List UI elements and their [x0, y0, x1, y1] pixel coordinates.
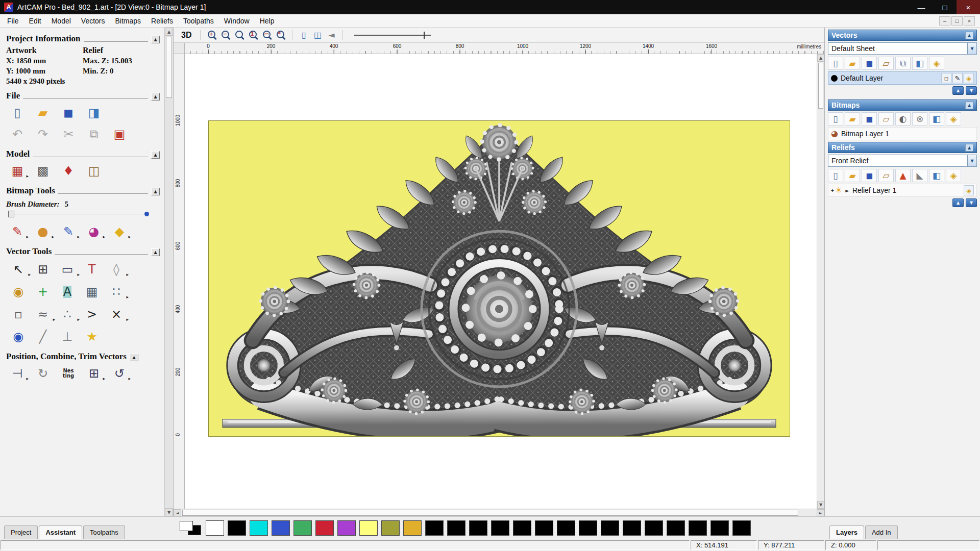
import-bitmap-layer-icon[interactable]: ▱ — [878, 112, 894, 126]
transform-vectors-icon[interactable]: ⊞ — [31, 260, 55, 279]
snap-layer-icon[interactable]: ▫ — [941, 73, 951, 83]
save-bitmap-layer-icon[interactable]: ◼ — [862, 112, 877, 126]
vector-layer-row[interactable]: Default Layer ▫✎◈ — [828, 71, 977, 85]
close-button[interactable]: × — [957, 0, 980, 14]
panel-tab[interactable]: Assistant — [39, 525, 82, 539]
palette-swatch[interactable] — [447, 520, 465, 536]
zoom-out-icon[interactable]: − — [219, 29, 232, 41]
slider-handle[interactable] — [8, 211, 14, 217]
palette-swatch[interactable] — [623, 520, 641, 536]
scroll-right-button[interactable]: ► — [817, 509, 824, 516]
palette-swatch[interactable] — [381, 520, 400, 536]
select-vectors-icon[interactable]: ↖ ▸ — [6, 260, 31, 279]
import-relief-layer-icon[interactable]: ▱ — [878, 169, 894, 182]
menu-item[interactable]: Window — [219, 15, 255, 27]
primary-colour-swatch[interactable] — [179, 520, 202, 536]
node-editing-icon[interactable]: + — [31, 282, 55, 302]
edit-layer-icon[interactable]: ✎ — [952, 73, 963, 83]
create-polyline-icon[interactable]: > — [80, 305, 104, 324]
scroll-left-button[interactable]: ◄ — [174, 509, 181, 516]
menu-item[interactable]: Vectors — [76, 15, 110, 27]
new-vector-layer-icon[interactable]: ▯ — [828, 57, 843, 70]
toggle-3d-view-button[interactable]: 3D — [178, 30, 195, 41]
scroll-down-button[interactable]: ▼ — [817, 501, 824, 509]
scroll-down-button[interactable]: ▼ — [165, 508, 173, 516]
save-relief-layer-icon[interactable]: ◼ — [862, 169, 877, 182]
new-model-icon[interactable]: ▯ — [6, 103, 29, 122]
minimize-button[interactable]: — — [910, 0, 933, 14]
create-point-icon[interactable]: ▫ — [6, 305, 31, 324]
palette-swatch[interactable] — [206, 520, 224, 536]
redo-icon[interactable]: ↷ — [32, 124, 54, 144]
merge-relief-layers-icon[interactable]: ◈ — [946, 169, 961, 182]
relief-layer-row[interactable]: + ☀ ► Relief Layer 1 ◈ — [828, 184, 977, 197]
collapse-bitmap-tools-button[interactable]: ▲ — [151, 188, 160, 195]
palette-swatch[interactable] — [228, 520, 246, 536]
menu-item[interactable]: Reliefs — [146, 15, 178, 27]
offset-vectors-icon[interactable]: ◉ — [6, 282, 31, 302]
collapse-file-button[interactable]: ▲ — [151, 93, 160, 101]
zoom-fit-icon[interactable]: ▭ — [261, 29, 273, 41]
trim-vectors-icon[interactable]: × ▸ — [104, 305, 129, 324]
measure-icon[interactable]: ◊ ▸ — [104, 260, 129, 279]
merge-vector-layers-icon[interactable]: ◈ — [929, 57, 944, 70]
palette-swatch[interactable] — [601, 520, 619, 536]
merge-relief-button[interactable]: ◈ — [964, 185, 974, 195]
bitmap-layer-row[interactable]: ◕ Bitmap Layer 1 — [828, 127, 977, 140]
scrollbar-thumb[interactable] — [182, 510, 798, 516]
zoom-objects-icon[interactable]: * — [275, 29, 287, 41]
palette-swatch[interactable] — [732, 520, 751, 536]
palette-swatch[interactable] — [491, 520, 509, 536]
create-rectangle-icon[interactable]: ▭ ▸ — [55, 260, 80, 279]
spin-copy-icon[interactable]: ↻ — [32, 364, 54, 383]
block-copy-icon[interactable]: ⊞ ▸ — [83, 364, 105, 383]
zoom-window-icon[interactable] — [233, 29, 246, 41]
open-vector-layer-icon[interactable]: ▰ — [845, 57, 860, 70]
collapse-vectors-button[interactable]: ▲ — [965, 32, 973, 39]
palette-swatch[interactable] — [535, 520, 553, 536]
bezier-curve-icon[interactable]: ∴ ▸ — [55, 305, 80, 324]
align-vectors-icon[interactable]: ⊣ ▸ — [6, 364, 29, 383]
sheet-selector[interactable]: Default Sheet ▼ — [828, 42, 977, 55]
collapse-project-info-button[interactable]: ▲ — [151, 36, 160, 43]
flood-fill-icon[interactable]: ◆ ▸ — [108, 222, 131, 241]
scroll-up-button[interactable]: ▲ — [817, 54, 824, 62]
expand-relief-layer-button[interactable]: ► — [845, 188, 849, 193]
layer-colour-swatch[interactable] — [831, 75, 838, 82]
paste-icon[interactable]: ▣ — [108, 124, 131, 144]
zoom-1to1-icon[interactable]: 1 — [247, 29, 259, 41]
palette-swatch[interactable] — [425, 520, 444, 536]
menu-item[interactable]: Bitmaps — [110, 15, 146, 27]
move-layer-up-button[interactable]: ▲ — [952, 198, 964, 207]
brush-diameter-slider[interactable] — [7, 210, 150, 219]
paste-along-curve-icon[interactable]: ∷ ▸ — [104, 282, 129, 302]
fillet-corner-icon[interactable]: ⊥ — [55, 327, 80, 346]
maximize-button[interactable]: □ — [933, 0, 957, 14]
collapse-model-button[interactable]: ▲ — [151, 151, 160, 159]
copy-vector-layer-icon[interactable]: ⧉ — [895, 57, 911, 70]
scrollbar-track[interactable] — [817, 62, 824, 501]
cut-icon[interactable]: ✂ — [57, 124, 80, 144]
panel-tab[interactable]: Toolpaths — [83, 525, 125, 539]
merge-bitmap-layers-icon[interactable]: ◈ — [946, 112, 961, 126]
delete-bitmap-layer-icon[interactable]: ◧ — [929, 112, 944, 126]
assistant-panel-scrollbar[interactable]: ▲ ▼ — [164, 28, 173, 516]
collapse-position-button[interactable]: ▲ — [130, 354, 138, 361]
panel-tab[interactable]: Project — [4, 525, 38, 539]
merge-layer-icon[interactable]: ◈ — [964, 73, 974, 83]
palette-swatch[interactable] — [689, 520, 707, 536]
panel-tab[interactable]: Add In — [865, 525, 898, 539]
wrap-donut-icon[interactable]: ◉ — [6, 327, 31, 346]
open-bitmap-layer-icon[interactable]: ▰ — [845, 112, 860, 126]
load-image-icon[interactable]: ◫ — [83, 161, 105, 181]
create-star-icon[interactable]: ★ — [80, 327, 104, 346]
slice-vectors-icon[interactable]: ╱ — [31, 327, 55, 346]
smooth-relief-icon[interactable]: ▲ — [895, 169, 911, 182]
import-model-icon[interactable]: ◨ — [83, 103, 105, 122]
scrollbar-thumb[interactable] — [166, 37, 172, 98]
menu-item[interactable]: Toolpaths — [178, 15, 219, 27]
text-block-icon[interactable]: A — [55, 282, 80, 302]
palette-swatch[interactable] — [469, 520, 487, 536]
link-bitmap-layer-icon[interactable]: ⊗ — [912, 112, 927, 126]
new-relief-layer-icon[interactable]: ▯ — [828, 169, 843, 182]
